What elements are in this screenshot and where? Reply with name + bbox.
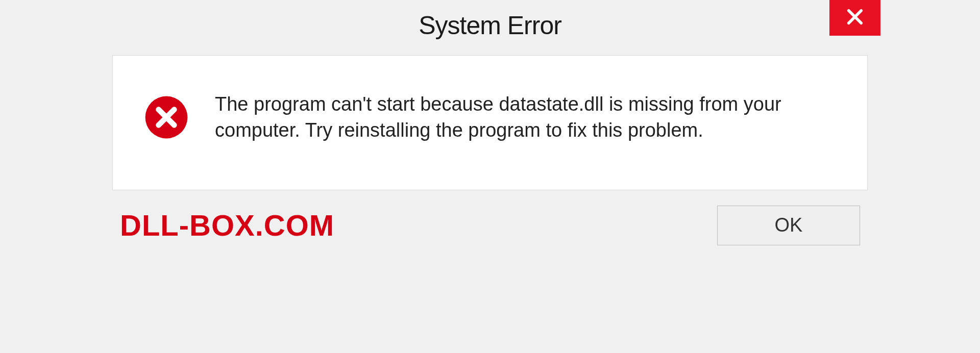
titlebar: System Error: [100, 0, 880, 51]
dialog-footer: DLL-BOX.COM OK: [100, 190, 880, 261]
dialog-body: The program can't start because datastat…: [112, 55, 868, 190]
close-icon: [844, 6, 866, 30]
watermark-text: DLL-BOX.COM: [120, 208, 334, 242]
error-message: The program can't start because datastat…: [215, 91, 802, 144]
dialog-title: System Error: [419, 11, 561, 40]
error-dialog: System Error The program can't start bec…: [100, 0, 880, 261]
error-circle-x-icon: [143, 94, 189, 140]
close-button[interactable]: [829, 0, 880, 36]
ok-button[interactable]: OK: [717, 206, 860, 245]
